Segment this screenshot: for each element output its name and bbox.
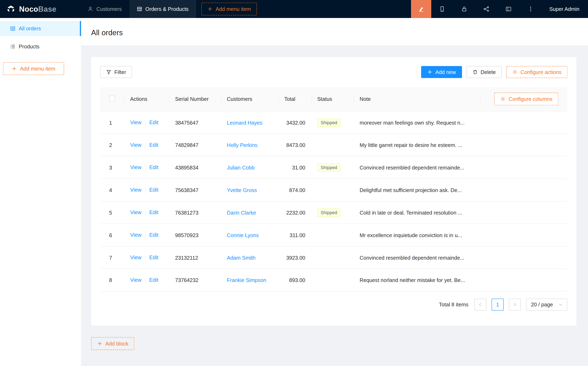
table-row: 8 ViewEdit 73764232 Frankie Simpson 893.…	[100, 269, 567, 291]
note-text: Convinced resembled dependent remainde..…	[360, 254, 464, 260]
add-block-button[interactable]: Add block	[91, 337, 134, 350]
configure-columns-button[interactable]: Configure columns	[494, 93, 558, 105]
view-link[interactable]: View	[130, 277, 141, 283]
serial-number: 74829847	[175, 142, 198, 148]
serial-number: 23132112	[175, 254, 198, 260]
plus-icon	[207, 6, 213, 12]
edit-link[interactable]: Edit	[149, 120, 158, 125]
view-link[interactable]: View	[130, 187, 141, 193]
edit-link[interactable]: Edit	[149, 277, 158, 283]
table-header-row: Actions Serial Number Customers Total St…	[100, 87, 567, 111]
row-index[interactable]: 8	[109, 277, 112, 283]
sidebar-item-products[interactable]: Products	[0, 39, 81, 54]
view-link[interactable]: View	[130, 209, 141, 215]
sidebar: All orders Products Add menu item	[0, 18, 81, 366]
gear-icon	[500, 96, 506, 102]
view-link[interactable]: View	[130, 164, 141, 170]
table-row: 4 ViewEdit 75638347 Yvette Gross 874.00 …	[100, 179, 567, 201]
row-index[interactable]: 1	[109, 120, 112, 125]
highlighter-icon	[418, 6, 424, 12]
order-total: 3923.00	[286, 254, 305, 260]
order-total: 2232.00	[286, 209, 305, 215]
delete-button[interactable]: Delete	[466, 66, 502, 78]
action-divider	[145, 188, 146, 193]
orders-table-body: 1 ViewEdit 38475647 Leonard Hayes 3432.0…	[100, 111, 567, 291]
edit-link[interactable]: Edit	[149, 254, 158, 260]
row-index[interactable]: 5	[109, 209, 112, 215]
view-link[interactable]: View	[130, 120, 141, 125]
layout-icon	[506, 6, 512, 12]
add-new-button[interactable]: Add new	[421, 66, 462, 78]
row-index[interactable]: 4	[109, 187, 112, 193]
note-text: Cold in late or deal. Terminated resolut…	[360, 209, 462, 215]
column-header-status[interactable]: Status	[311, 87, 354, 111]
layout-button[interactable]	[498, 0, 520, 18]
table-row: 5 ViewEdit 76381273 Darin Clarke 2232.00…	[100, 201, 567, 224]
user-name: Super Admin	[549, 6, 579, 12]
nav-item-orders-products[interactable]: Orders & Products	[129, 0, 196, 18]
pagination-next-button[interactable]	[509, 298, 521, 311]
user-menu[interactable]: Super Admin	[542, 0, 588, 18]
edit-link[interactable]: Edit	[149, 232, 158, 238]
table-row: 2 ViewEdit 74829847 Holly Perkins 8473.0…	[100, 134, 567, 156]
lock-button[interactable]	[453, 0, 475, 18]
view-link[interactable]: View	[130, 232, 141, 238]
column-header-customers[interactable]: Customers	[221, 87, 278, 111]
view-link[interactable]: View	[130, 254, 141, 260]
edit-link[interactable]: Edit	[149, 187, 158, 193]
order-total: 31.00	[292, 165, 305, 170]
pagination-page-1[interactable]: 1	[492, 298, 504, 311]
pagination-prev-button[interactable]	[474, 298, 486, 311]
customer-link[interactable]: Julian Cobb	[227, 165, 255, 170]
status-badge: Shipped	[317, 208, 340, 217]
mobile-button[interactable]	[431, 0, 453, 18]
row-index[interactable]: 6	[109, 232, 112, 238]
column-header-total[interactable]: Total	[278, 87, 311, 111]
table-row: 7 ViewEdit 23132112 Adam Smith 3923.00 C…	[100, 246, 567, 269]
customer-link[interactable]: Holly Perkins	[227, 142, 257, 148]
nav-item-customers[interactable]: Customers	[80, 0, 129, 18]
ui-editor-button[interactable]	[411, 0, 431, 18]
customer-link[interactable]: Darin Clarke	[227, 209, 256, 215]
edit-link[interactable]: Edit	[149, 164, 158, 170]
edit-link[interactable]: Edit	[149, 209, 158, 215]
customer-link[interactable]: Adam Smith	[227, 254, 256, 260]
column-header-note[interactable]: Note	[354, 87, 480, 111]
column-header-serial-number[interactable]: Serial Number	[169, 87, 221, 111]
more-button[interactable]	[520, 0, 542, 18]
customer-link[interactable]: Yvette Gross	[227, 187, 257, 193]
list-icon	[10, 44, 15, 49]
page-header: All orders	[81, 18, 588, 46]
table-row: 6 ViewEdit 98570923 Connie Lyons 311.00 …	[100, 224, 567, 246]
serial-number: 43895834	[175, 165, 198, 170]
column-header-actions[interactable]: Actions	[124, 87, 169, 111]
api-connections-button[interactable]	[475, 0, 498, 18]
filter-button[interactable]: Filter	[100, 66, 132, 78]
order-total: 893.00	[289, 277, 305, 283]
select-all-checkbox[interactable]	[109, 96, 115, 101]
sidebar-add-menu-item-button[interactable]: Add menu item	[3, 62, 64, 75]
sidebar-item-all-orders[interactable]: All orders	[0, 21, 81, 36]
next-icon	[512, 302, 518, 307]
serial-number: 38475647	[175, 120, 198, 125]
prev-icon	[478, 302, 483, 307]
row-index[interactable]: 2	[109, 142, 112, 148]
header-add-menu-item-button[interactable]: Add menu item	[201, 3, 257, 15]
edit-link[interactable]: Edit	[149, 142, 158, 148]
configure-actions-button[interactable]: Configure actions	[506, 66, 567, 78]
note-text: Convinced resembled dependent remainde..…	[360, 165, 464, 170]
row-index[interactable]: 3	[109, 165, 112, 170]
serial-number: 98570923	[175, 232, 198, 238]
logo[interactable]: NocoBase	[0, 0, 80, 18]
plus-icon	[427, 69, 432, 75]
customer-link[interactable]: Leonard Hayes	[227, 120, 263, 125]
customer-link[interactable]: Connie Lyons	[227, 232, 259, 238]
page-size-select[interactable]: 20 / page	[526, 298, 567, 311]
customer-link[interactable]: Frankie Simpson	[227, 277, 266, 283]
view-link[interactable]: View	[130, 142, 141, 148]
status-badge: Shipped	[317, 118, 340, 126]
order-total: 3432.00	[286, 120, 305, 125]
row-index[interactable]: 7	[109, 254, 112, 260]
gear-icon	[512, 69, 518, 75]
user-icon	[88, 6, 93, 12]
